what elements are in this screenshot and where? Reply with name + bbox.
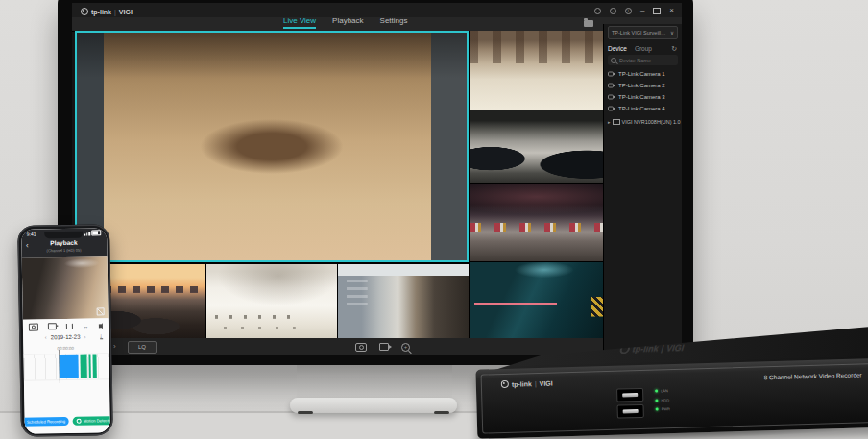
brand-divider: | — [660, 343, 664, 353]
timeline-segment-motion — [81, 354, 88, 378]
nvr-product-label: 8 Channel Network Video Recorder — [764, 372, 862, 381]
snapshot-icon[interactable] — [28, 323, 37, 330]
signal-icon — [86, 232, 88, 235]
signal-icon — [84, 233, 85, 235]
fullscreen-icon[interactable] — [594, 8, 601, 14]
nvr-front-panel: tp-link | VIGI 8 Channel Network Video R… — [475, 358, 868, 439]
download-icon[interactable]: ↓ — [100, 332, 103, 339]
legend-dot-icon — [77, 418, 82, 423]
usb-port — [616, 404, 643, 419]
legend-motion-detection: Motion Detection — [73, 416, 109, 426]
tplink-logo-icon — [501, 380, 509, 388]
brand-divider: | — [114, 9, 116, 15]
site-dropdown-value: TP-Link VIGI Surveill… — [612, 30, 666, 36]
nvr-icon — [613, 119, 620, 125]
sound-icon[interactable] — [98, 323, 102, 329]
search-placeholder: Device Name — [619, 58, 651, 63]
camera-tile-garage[interactable] — [470, 110, 603, 183]
camera-tile-parking-toll[interactable] — [470, 184, 603, 261]
prev-day-icon[interactable]: ‹ — [45, 334, 47, 340]
nvr-name: VIGI NVR1008H(UN) 1.0 — [622, 119, 681, 125]
close-button[interactable]: × — [669, 7, 674, 14]
tab-settings[interactable]: Settings — [380, 16, 408, 29]
camera-name: TP-Link Camera 3 — [618, 94, 665, 100]
camera-list: TP-Link Camera 1 TP-Link Camera 2 TP-Lin… — [608, 69, 678, 113]
next-day-icon[interactable]: › — [84, 333, 85, 339]
camera-name: TP-Link Camera 2 — [618, 83, 665, 88]
tab-device[interactable]: Device — [608, 45, 627, 52]
smartphone: 9:41 ‹ Playback (Channel 1 (HD) 05) — [17, 224, 113, 437]
search-icon — [611, 58, 616, 63]
camera-list-item[interactable]: TP-Link Camera 2 — [608, 81, 678, 90]
nvr-device: tp-link | VIGI tp-link | VIGI 8 Channel … — [474, 326, 868, 439]
legend-dot-icon — [21, 419, 25, 424]
tplink-logo-icon — [618, 344, 631, 354]
vms-logo: tp-link | VIGI — [81, 8, 133, 15]
tplink-logo-icon — [81, 8, 88, 15]
main-nav: Live View Playback Settings — [283, 16, 407, 29]
sidebar-tabs: Device Group ↻ — [608, 41, 678, 55]
signal-icon — [88, 232, 90, 235]
timeline-track[interactable] — [23, 353, 108, 381]
tab-group[interactable]: Group — [635, 45, 652, 52]
nvr-top-brand: tp-link — [631, 343, 660, 354]
status-icons — [84, 230, 101, 235]
window-controls: · i – × — [594, 7, 674, 14]
playback-video[interactable] — [21, 256, 108, 320]
monitor-stand-base — [290, 398, 457, 413]
digital-zoom-icon[interactable]: + — [401, 343, 410, 352]
usb-port — [616, 388, 643, 402]
refresh-icon[interactable]: ↻ — [671, 45, 677, 52]
info-icon[interactable]: i — [625, 8, 632, 14]
collapse-chevron-icon[interactable]: › — [113, 343, 116, 351]
record-icon[interactable] — [48, 323, 57, 329]
camera-tile-white-museum[interactable] — [206, 264, 337, 338]
camera-tile-parking-entrance[interactable] — [470, 262, 603, 338]
camera-icon — [608, 94, 615, 100]
camera-name: TP-Link Camera 4 — [618, 106, 665, 111]
playback-controls: ↔ — [28, 321, 102, 331]
camera-list-item[interactable]: TP-Link Camera 3 — [608, 92, 678, 102]
nvr-front-logo: tp-link | VIGI — [501, 379, 553, 389]
timeline-legend: Scheduled Recording Motion Detection — [24, 416, 109, 427]
record-icon[interactable] — [379, 343, 389, 351]
pause-icon[interactable] — [66, 323, 73, 329]
tab-playback[interactable]: Playback — [332, 16, 363, 29]
nvr-product-text: VIGI — [540, 379, 553, 386]
status-leds: LAN HDD PWR — [655, 388, 670, 411]
playback-panel: ↔ ‹2019-12-23› ↓ 00:00:00 — [22, 318, 109, 434]
nvr-list-item[interactable]: ▸ VIGI NVR1008H(UN) 1.0 0 / 8 — [608, 119, 678, 125]
playback-subtitle: (Channel 1 (HD) 05) — [21, 247, 107, 254]
nvr-top-logo: tp-link | VIGI — [618, 343, 685, 354]
expand-arrow-icon[interactable]: ▸ — [608, 119, 611, 125]
tab-live-view[interactable]: Live View — [283, 16, 316, 29]
gear-icon[interactable]: · — [610, 8, 616, 14]
vms-screen: tp-link | VIGI Live View Playback Settin… — [72, 3, 682, 355]
restore-button[interactable] — [653, 8, 661, 14]
timeline[interactable]: 00:00:00 — [23, 345, 109, 391]
date-selector: ‹2019-12-23› — [23, 333, 108, 341]
timeline-time: 00:00:00 — [23, 345, 108, 352]
phone-screen: 9:41 ‹ Playback (Channel 1 (HD) 05) — [21, 228, 110, 434]
fullscreen-icon[interactable] — [96, 307, 104, 315]
device-search-input[interactable]: Device Name — [608, 55, 678, 65]
site-dropdown[interactable]: TP-Link VIGI Surveill… ∨ — [608, 26, 678, 39]
camera-tile-street[interactable] — [338, 264, 469, 338]
product-scene: tp-link | VIGI Live View Playback Settin… — [0, 0, 868, 439]
date-value: 2019-12-23 — [51, 333, 81, 340]
camera-list-item[interactable]: TP-Link Camera 1 — [608, 69, 678, 79]
status-time: 9:41 — [27, 231, 36, 236]
device-sidebar: TP-Link VIGI Surveill… ∨ Device Group ↻ … — [603, 24, 682, 355]
monitor: tp-link | VIGI Live View Playback Settin… — [58, 0, 693, 365]
led-lan: LAN — [655, 388, 669, 393]
chevron-down-icon: ∨ — [670, 30, 674, 36]
minimize-button[interactable]: – — [640, 7, 644, 14]
camera-icon — [608, 83, 615, 88]
snapshot-icon[interactable] — [355, 343, 367, 352]
camera-list-item[interactable]: TP-Link Camera 4 — [608, 104, 678, 113]
camera-tile-hall[interactable] — [470, 31, 603, 110]
speed-icon[interactable]: ↔ — [83, 323, 88, 329]
folder-icon[interactable] — [584, 20, 593, 27]
quality-button[interactable]: LQ — [128, 341, 157, 354]
camera-tile-main-museum[interactable] — [75, 31, 469, 262]
